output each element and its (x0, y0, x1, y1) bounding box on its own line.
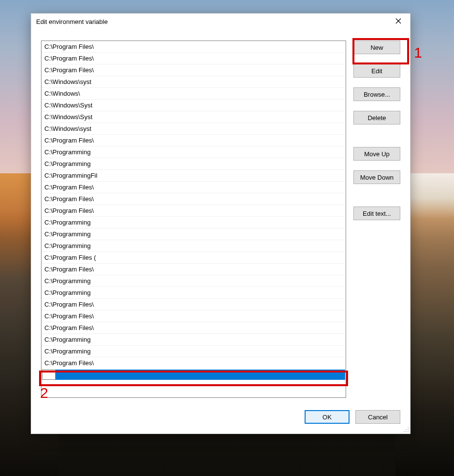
svg-point-3 (406, 429, 407, 430)
svg-point-7 (408, 431, 409, 432)
list-item[interactable]: C:\Programming (41, 228, 346, 240)
path-listbox[interactable]: C:\Program Files\C:\Program Files\C:\Pro… (41, 41, 346, 398)
new-entry-checkbox[interactable] (42, 370, 56, 380)
list-item[interactable]: C:\Program Files\ (41, 205, 346, 217)
move-up-button[interactable]: Move Up (353, 147, 400, 161)
move-down-button[interactable]: Move Down (353, 170, 400, 184)
list-item[interactable]: C:\Program Files\ (41, 264, 346, 275)
side-button-column: New Edit Browse... Delete Move Up Move D… (353, 41, 400, 220)
dialog-titlebar[interactable]: Edit environment variable (31, 14, 410, 29)
edit-button[interactable]: Edit (353, 64, 400, 78)
list-item[interactable]: C:\Programming (41, 334, 346, 346)
list-item[interactable]: C:\Program Files\ (41, 64, 346, 76)
list-item[interactable]: C:\Program Files\ (41, 299, 346, 310)
list-item[interactable]: C:\Programming (41, 217, 346, 228)
list-item[interactable]: C:\Programming (41, 146, 346, 158)
list-item[interactable]: C:\Windows\ (41, 88, 346, 100)
list-item[interactable]: C:\Program Files\ (41, 182, 346, 193)
delete-button[interactable]: Delete (353, 111, 400, 124)
list-item[interactable]: C:\Windows\Syst (41, 100, 346, 111)
list-item[interactable]: C:\Program Files\ (41, 135, 346, 146)
browse-button[interactable]: Browse... (353, 87, 400, 101)
close-button[interactable] (387, 14, 409, 29)
list-item[interactable]: C:\Windows\syst (41, 123, 346, 135)
new-entry-input[interactable] (56, 370, 345, 380)
list-item[interactable]: C:\Windows\syst (41, 76, 346, 88)
list-item[interactable]: C:\Programming (41, 346, 346, 357)
desktop-background: Edit environment variable C:\Program Fil… (0, 0, 454, 476)
list-item[interactable]: C:\Programming (41, 158, 346, 170)
edit-text-button[interactable]: Edit text... (353, 207, 400, 220)
dialog-content: C:\Program Files\C:\Program Files\C:\Pro… (41, 41, 400, 424)
dialog-bottom-buttons: OK Cancel (305, 410, 400, 424)
list-item[interactable]: C:\ProgrammingFil (41, 170, 346, 182)
resize-grip[interactable] (402, 426, 409, 433)
list-item[interactable]: C:\Program Files\ (41, 322, 346, 334)
close-icon (395, 18, 401, 25)
svg-point-4 (408, 429, 409, 430)
svg-point-2 (408, 427, 409, 428)
list-item[interactable]: C:\Program Files ( (41, 252, 346, 264)
list-item[interactable]: C:\Windows\Syst (41, 111, 346, 123)
list-item[interactable]: C:\Programming (41, 240, 346, 252)
ok-button[interactable]: OK (305, 410, 350, 424)
list-item[interactable]: C:\Program Files\ (41, 193, 346, 205)
list-item[interactable]: C:\Program Files\ (41, 310, 346, 322)
svg-point-6 (406, 431, 407, 432)
new-button[interactable]: New (353, 41, 400, 54)
svg-point-5 (404, 431, 405, 432)
list-item[interactable]: C:\Programming (41, 275, 346, 287)
new-entry-row[interactable] (41, 369, 346, 380)
list-item[interactable]: C:\Program Files\ (41, 357, 346, 369)
cancel-button[interactable]: Cancel (355, 410, 400, 424)
list-item[interactable]: C:\Program Files\ (41, 53, 346, 64)
dialog-title: Edit environment variable (36, 18, 108, 25)
list-item[interactable]: C:\Program Files\ (41, 41, 346, 53)
resize-grip-icon (402, 427, 409, 434)
edit-env-var-dialog: Edit environment variable C:\Program Fil… (31, 13, 411, 434)
annotation-label-1: 1 (414, 44, 422, 61)
list-item[interactable]: C:\Programming (41, 287, 346, 299)
